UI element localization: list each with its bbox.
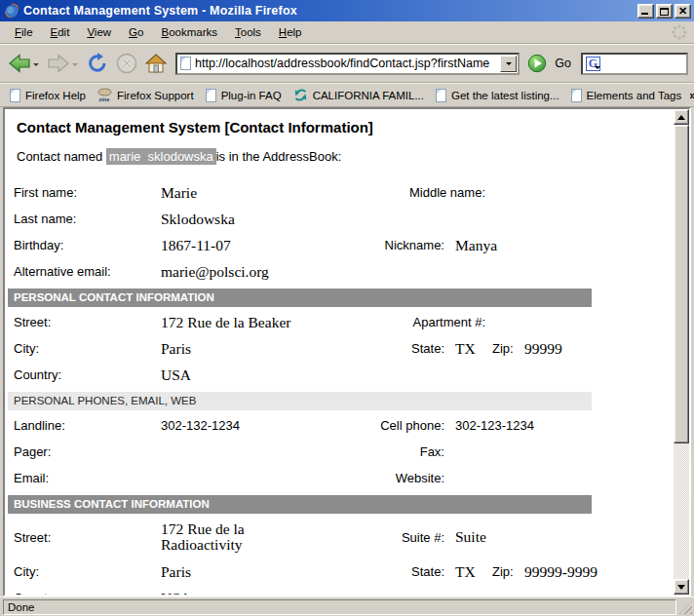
street-label: Street:: [8, 315, 161, 329]
scrollbar-thumb[interactable]: [674, 125, 689, 443]
first-name-label: First name:: [8, 185, 161, 200]
bookmark-label: Get the latest listing...: [451, 90, 559, 101]
back-button[interactable]: [6, 50, 43, 77]
city-value: Paris: [161, 340, 366, 358]
field-row-landline: Landline: 302-132-1234 Cell phone: 302-1…: [8, 412, 674, 439]
throbber-icon: [671, 23, 688, 41]
google-icon[interactable]: G: [586, 57, 600, 71]
bookmark-latest-listing[interactable]: Get the latest listing...: [432, 87, 567, 104]
field-row-business-city: City: Paris State: TX Zip: 99999-9999: [8, 558, 674, 585]
minimize-button[interactable]: [637, 4, 654, 19]
middle-name-label: Middle name:: [366, 185, 492, 200]
section-header-personal: PERSONAL CONTACT INFORMATION: [8, 289, 592, 307]
menu-tools[interactable]: Tools: [226, 23, 270, 41]
fax-label: Fax:: [366, 444, 451, 459]
menu-help[interactable]: Help: [270, 23, 311, 41]
business-street-value: 172 Rue de la Radioactivity: [161, 521, 292, 554]
bookmark-label: Plug-in FAQ: [221, 90, 282, 101]
window-title: Contact Management System - Mozilla Fire…: [23, 4, 637, 18]
field-row-birthday: Birthday: 1867-11-07 Nickname: Manya: [8, 232, 674, 258]
zip-value: 99999: [524, 340, 674, 358]
country-label: Country:: [8, 367, 161, 382]
menu-bookmarks[interactable]: Bookmarks: [152, 23, 226, 41]
page-favicon: [180, 57, 191, 70]
menu-go[interactable]: Go: [120, 23, 152, 41]
maximize-icon: [660, 8, 669, 16]
navigation-toolbar: http://localhost/addressbook/findContact…: [0, 44, 694, 83]
bookmark-firefox-support[interactable]: zine Firefox Support: [94, 86, 202, 104]
section-header-phones: PERSONAL PHONES, EMAIL, WEB: [8, 392, 592, 410]
status-text: Done: [3, 599, 676, 615]
close-button[interactable]: ✕: [675, 4, 691, 19]
close-icon: ✕: [675, 5, 690, 18]
reload-icon: [86, 52, 109, 75]
bookmark-label: CALIFORNIA FAMIL...: [313, 90, 424, 101]
landline-label: Landline:: [8, 418, 161, 433]
suite-label: Suite #:: [366, 530, 451, 545]
landline-value: 302-132-1234: [161, 418, 366, 433]
scroll-down-button[interactable]: [674, 579, 689, 595]
bookmarks-overflow-chevron[interactable]: »: [689, 88, 694, 102]
field-row-alt-email: Alternative email: marie@polsci.org: [8, 258, 674, 285]
business-zip-label: Zip:: [492, 564, 524, 579]
address-bar[interactable]: http://localhost/addressbook/findContact…: [175, 53, 520, 75]
business-city-label: City:: [8, 564, 161, 579]
field-row-personal-street: Street: 172 Rue de la Beaker Apartment #…: [8, 309, 674, 335]
go-icon: [527, 54, 547, 73]
menu-file[interactable]: File: [6, 23, 42, 41]
business-country-value: USA: [161, 590, 366, 596]
bookmark-elements-tags[interactable]: Elements and Tags: [567, 87, 690, 104]
first-name-value: Marie: [161, 184, 366, 202]
scroll-up-button[interactable]: [674, 109, 689, 125]
zine-blimp-icon: zine: [97, 88, 112, 102]
stop-icon: [115, 52, 138, 75]
chevron-down-icon: [595, 66, 600, 72]
resize-grip-icon[interactable]: [679, 601, 692, 614]
bookmark-label: Firefox Support: [117, 90, 194, 101]
page-title: Contact Management System [Contact Infor…: [8, 119, 674, 135]
field-row-personal-country: Country: USA: [8, 362, 674, 388]
bookmark-page-icon: [206, 89, 216, 102]
forward-icon: [47, 53, 70, 74]
section-header-business: BUSINESS CONTACT INFORMATION: [8, 495, 592, 514]
bookmark-page-icon: [10, 89, 20, 102]
home-button[interactable]: [142, 50, 170, 78]
stop-button[interactable]: [113, 49, 140, 78]
back-dropdown-icon[interactable]: [33, 63, 39, 69]
go-button[interactable]: [525, 51, 549, 76]
contact-name-highlight: marie sklodowska: [106, 148, 216, 165]
field-row-business-country: Country: USA: [8, 585, 674, 595]
bookmark-california[interactable]: CALIFORNIA FAMIL...: [289, 86, 432, 104]
status-bar: Done: [0, 597, 694, 616]
state-value: TX: [451, 340, 492, 358]
triangle-up-icon: [677, 111, 685, 120]
cell-phone-label: Cell phone:: [366, 418, 451, 433]
go-label[interactable]: Go: [555, 57, 571, 70]
nickname-label: Nickname:: [366, 238, 451, 252]
search-box[interactable]: G: [581, 53, 688, 75]
bookmark-plugin-faq[interactable]: Plug-in FAQ: [202, 87, 289, 104]
maximize-button[interactable]: [656, 4, 673, 19]
field-row-last-name: Last name: Sklodowska: [8, 206, 674, 232]
menu-view[interactable]: View: [78, 23, 120, 41]
field-row-email-website: Email: Website:: [8, 465, 674, 491]
business-zip-value: 99999-9999: [524, 563, 674, 581]
bookmark-firefox-help[interactable]: Firefox Help: [6, 87, 94, 104]
vertical-scrollbar[interactable]: [674, 109, 689, 595]
svg-text:zine: zine: [99, 96, 110, 102]
birthday-label: Birthday:: [8, 238, 161, 252]
last-name-value: Sklodowska: [161, 211, 366, 228]
url-dropdown-button[interactable]: [500, 56, 517, 72]
minimize-icon: [641, 13, 648, 15]
forward-dropdown-icon[interactable]: [72, 63, 78, 69]
alt-email-label: Alternative email:: [8, 264, 161, 279]
reload-button[interactable]: [84, 49, 111, 78]
home-icon: [144, 53, 168, 75]
forward-button[interactable]: [45, 50, 82, 77]
bookmark-label: Firefox Help: [25, 90, 86, 101]
url-input[interactable]: http://localhost/addressbook/findContact…: [195, 57, 500, 70]
triangle-down-icon: [677, 585, 685, 594]
apartment-label: Apartment #:: [366, 315, 492, 329]
email-label: Email:: [8, 471, 161, 485]
menu-edit[interactable]: Edit: [42, 23, 79, 41]
